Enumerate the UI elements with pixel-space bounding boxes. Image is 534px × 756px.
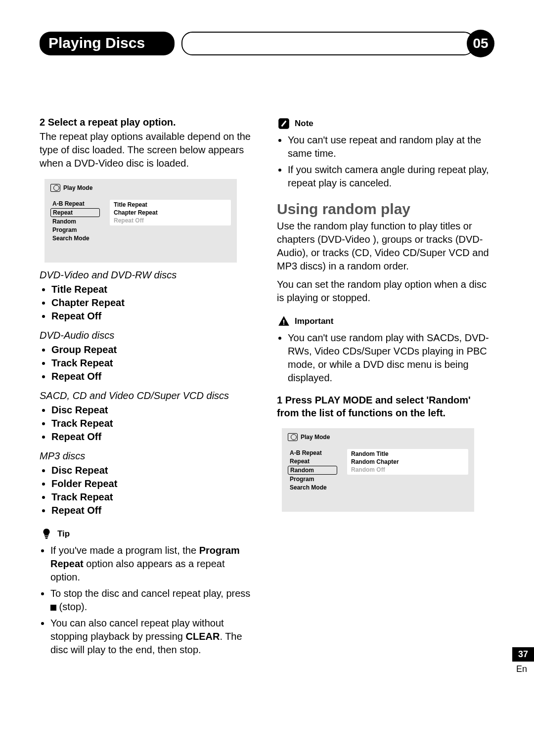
repeat-option: Track Repeat bbox=[51, 490, 257, 504]
osd-title: Play Mode bbox=[301, 434, 330, 441]
osd-menu-item: A-B Repeat bbox=[50, 200, 100, 208]
repeat-options-list: Disc RepeatFolder RepeatTrack RepeatRepe… bbox=[40, 464, 257, 517]
osd-option-item: Title Repeat bbox=[114, 201, 227, 209]
note-item: If you switch camera angle during repeat… bbox=[288, 163, 494, 190]
disc-type-label: DVD-Video and DVD-RW discs bbox=[40, 269, 257, 281]
tip-item: If you've made a program list, the Progr… bbox=[50, 544, 257, 584]
page-number: 37 bbox=[512, 647, 534, 662]
repeat-option: Folder Repeat bbox=[51, 477, 257, 490]
repeat-option: Title Repeat bbox=[51, 283, 257, 296]
disc-icon bbox=[288, 433, 298, 441]
osd-screen-random: Play Mode A-B RepeatRepeatRandomProgramS… bbox=[282, 428, 474, 512]
important-list: You can't use random play with SACDs, DV… bbox=[277, 331, 494, 385]
tip-list: If you've made a program list, the Progr… bbox=[40, 544, 257, 657]
note-label: Note bbox=[295, 119, 313, 129]
section-title-pill: Playing Discs bbox=[40, 32, 175, 55]
osd-option-item: Random Off bbox=[351, 466, 464, 474]
tip-label: Tip bbox=[57, 529, 70, 539]
svg-rect-2 bbox=[283, 323, 284, 324]
repeat-option: Chapter Repeat bbox=[51, 296, 257, 310]
repeat-options-list: Title RepeatChapter RepeatRepeat Off bbox=[40, 283, 257, 323]
chapter-number-badge: 05 bbox=[467, 30, 494, 57]
osd-menu-item: Random bbox=[288, 466, 337, 475]
repeat-option: Group Repeat bbox=[51, 343, 257, 356]
osd-menu-item: Repeat bbox=[288, 457, 337, 465]
random-play-heading: Using random play bbox=[277, 201, 494, 218]
step-2-body: The repeat play options available depend… bbox=[40, 130, 257, 170]
disc-type-label: MP3 discs bbox=[40, 450, 257, 462]
osd-screen-repeat: Play Mode A-B RepeatRepeatRandomProgramS… bbox=[44, 179, 237, 263]
osd-option-item: Chapter Repeat bbox=[114, 209, 227, 217]
osd-right-menu: Title RepeatChapter RepeatRepeat Off bbox=[110, 200, 231, 225]
osd-right-menu: Random TitleRandom ChapterRandom Off bbox=[347, 449, 468, 475]
page-header: Playing Discs 05 bbox=[40, 30, 494, 57]
disc-type-label: SACD, CD and Video CD/Super VCD discs bbox=[40, 390, 257, 401]
repeat-options-list: Disc RepeatTrack RepeatRepeat Off bbox=[40, 403, 257, 444]
tip-item: You can also cancel repeat play without … bbox=[50, 617, 257, 657]
disc-type-label: DVD-Audio discs bbox=[40, 330, 257, 341]
important-item: You can't use random play with SACDs, DV… bbox=[288, 331, 494, 385]
osd-option-item: Random Title bbox=[351, 450, 464, 458]
header-rule bbox=[181, 32, 475, 55]
osd-menu-item: Search Mode bbox=[288, 484, 337, 491]
step-2-heading: 2 Select a repeat play option. bbox=[40, 117, 257, 128]
repeat-option: Disc Repeat bbox=[51, 403, 257, 417]
note-item: You can't use repeat and random play at … bbox=[288, 133, 494, 160]
note-list: You can't use repeat and random play at … bbox=[277, 133, 494, 190]
repeat-option: Disc Repeat bbox=[51, 464, 257, 477]
osd-option-item: Random Chapter bbox=[351, 458, 464, 466]
tip-callout: Tip bbox=[40, 527, 257, 541]
disc-icon bbox=[50, 184, 60, 192]
repeat-option: Track Repeat bbox=[51, 417, 257, 430]
repeat-option: Repeat Off bbox=[51, 310, 257, 323]
osd-left-menu: A-B RepeatRepeatRandomProgramSearch Mode bbox=[50, 200, 100, 243]
osd-left-menu: A-B RepeatRepeatRandomProgramSearch Mode bbox=[288, 449, 337, 492]
step-1-heading: 1 Press PLAY MODE and select 'Random' fr… bbox=[277, 394, 494, 419]
osd-menu-item: Random bbox=[50, 218, 100, 225]
page-language: En bbox=[516, 664, 527, 674]
important-callout: Important bbox=[277, 314, 494, 328]
right-column: Note You can't use repeat and random pla… bbox=[277, 117, 494, 666]
osd-menu-item: Search Mode bbox=[50, 234, 100, 242]
tip-item: To stop the disc and cancel repeat play,… bbox=[50, 587, 257, 614]
osd-menu-item: Program bbox=[288, 475, 337, 483]
random-para-2: You can set the random play option when … bbox=[277, 278, 494, 305]
osd-menu-item: A-B Repeat bbox=[288, 449, 337, 457]
repeat-option: Repeat Off bbox=[51, 504, 257, 517]
note-icon bbox=[277, 117, 291, 131]
repeat-options-list: Group RepeatTrack RepeatRepeat Off bbox=[40, 343, 257, 383]
osd-menu-item: Program bbox=[50, 226, 100, 234]
random-para-1: Use the random play function to play tit… bbox=[277, 220, 494, 273]
osd-option-item: Repeat Off bbox=[114, 217, 227, 224]
repeat-option: Track Repeat bbox=[51, 356, 257, 370]
osd-menu-item: Repeat bbox=[50, 208, 100, 217]
repeat-option: Repeat Off bbox=[51, 370, 257, 383]
note-callout: Note bbox=[277, 117, 494, 131]
osd-title: Play Mode bbox=[63, 184, 92, 191]
important-label: Important bbox=[295, 316, 333, 326]
svg-rect-1 bbox=[283, 320, 284, 323]
tip-icon bbox=[40, 527, 53, 541]
repeat-option: Repeat Off bbox=[51, 430, 257, 444]
left-column: 2 Select a repeat play option. The repea… bbox=[40, 117, 257, 666]
important-icon bbox=[277, 314, 291, 328]
